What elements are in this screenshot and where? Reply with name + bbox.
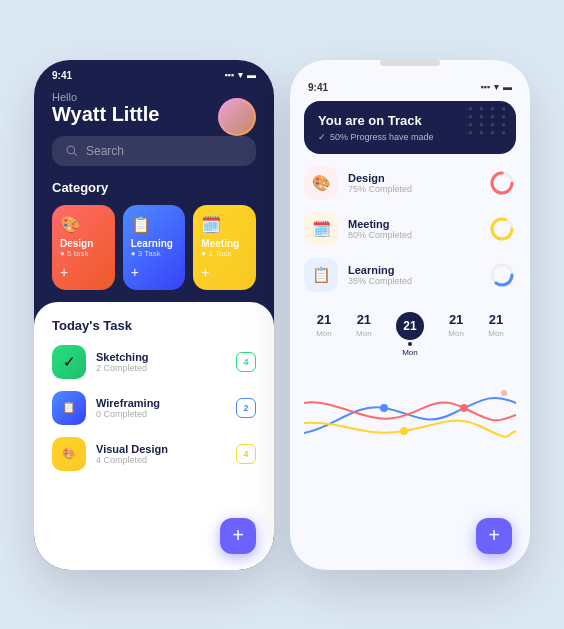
wireframing-badge: 2 (236, 398, 256, 418)
search-icon (66, 145, 78, 157)
date-day-1: Mon (316, 329, 332, 338)
svg-point-10 (380, 404, 388, 412)
tasks-title: Today's Task (52, 318, 256, 333)
meeting-count: ● 1 Task (201, 249, 248, 258)
search-bar[interactable]: Search (52, 136, 256, 166)
wireframing-icon-box: 📋 (52, 391, 86, 425)
progress-item-design[interactable]: 🎨 Design 75% Completed (304, 166, 516, 200)
category-card-meeting[interactable]: 🗓️ Meeting ● 1 Task + (193, 205, 256, 290)
progress-item-meeting[interactable]: 🗓️ Meeting 80% Completed (304, 212, 516, 246)
prog-learning-icon: 📋 (304, 258, 338, 292)
date-item-1[interactable]: 21 Mon (316, 312, 332, 357)
task-item-wireframing[interactable]: 📋 Wireframing 0 Completed 2 (52, 391, 256, 425)
wireframing-sub: 0 Completed (96, 409, 226, 419)
search-placeholder: Search (86, 144, 124, 158)
svg-point-11 (501, 390, 507, 396)
signal-icon: ▪▪▪ (224, 70, 234, 80)
date-day-2: Mon (356, 329, 372, 338)
category-card-design[interactable]: 🎨 Design ● 5 task + (52, 205, 115, 290)
phone-right: 9:41 ▪▪▪ ▾ ▬ You are on Track ✓ 50% Prog… (290, 60, 530, 570)
date-num-3: 21 (396, 312, 424, 340)
meeting-name: Meeting (201, 238, 248, 249)
meeting-icon: 🗓️ (201, 215, 248, 234)
task-item-sketching[interactable]: ✓ Sketching 2 Completed 4 (52, 345, 256, 379)
signal-icon-right: ▪▪▪ (480, 82, 490, 92)
design-count: ● 5 task (60, 249, 107, 258)
sketching-info: Sketching 2 Completed (96, 351, 226, 373)
visual-design-sub: 4 Completed (96, 455, 226, 465)
learning-progress-circle (488, 261, 516, 289)
learning-add-btn[interactable]: + (131, 264, 178, 280)
notch (380, 60, 440, 66)
date-num-1: 21 (317, 312, 331, 327)
date-item-2[interactable]: 21 Mon (356, 312, 372, 357)
category-section: Category 🎨 Design ● 5 task + 📋 Learning … (34, 180, 274, 290)
visual-design-name: Visual Design (96, 443, 226, 455)
visual-design-info: Visual Design 4 Completed (96, 443, 226, 465)
avatar (218, 98, 256, 136)
date-item-3-active[interactable]: 21 Mon (396, 312, 424, 357)
date-num-5: 21 (489, 312, 503, 327)
category-cards: 🎨 Design ● 5 task + 📋 Learning ● 3 Task … (52, 205, 256, 290)
learning-count: ● 3 Task (131, 249, 178, 258)
status-icons-right: ▪▪▪ ▾ ▬ (480, 82, 512, 92)
status-bar-left: 9:41 ▪▪▪ ▾ ▬ (34, 60, 274, 85)
svg-point-9 (400, 427, 408, 435)
design-add-btn[interactable]: + (60, 264, 107, 280)
prog-learning-name: Learning (348, 264, 478, 276)
sketching-icon-box: ✓ (52, 345, 86, 379)
status-bar-right: 9:41 ▪▪▪ ▾ ▬ (290, 72, 530, 97)
prog-meeting-icon: 🗓️ (304, 212, 338, 246)
wireframing-info: Wireframing 0 Completed (96, 397, 226, 419)
progress-items: 🎨 Design 75% Completed 🗓️ Meeting 80% Co… (290, 166, 530, 304)
wave-chart-svg (304, 373, 516, 453)
visual-design-icon-box: 🎨 (52, 437, 86, 471)
prog-meeting-name: Meeting (348, 218, 478, 230)
phones-container: 9:41 ▪▪▪ ▾ ▬ Hello Wyatt Little Search C… (14, 40, 550, 590)
date-num-4: 21 (449, 312, 463, 327)
sketching-name: Sketching (96, 351, 226, 363)
design-icon: 🎨 (60, 215, 107, 234)
sketching-badge: 4 (236, 352, 256, 372)
date-num-2: 21 (357, 312, 371, 327)
design-progress-circle (488, 169, 516, 197)
wireframing-name: Wireframing (96, 397, 226, 409)
prog-learning-info: Learning 35% Completed (348, 264, 478, 286)
design-name: Design (60, 238, 107, 249)
prog-design-icon: 🎨 (304, 166, 338, 200)
meeting-add-btn[interactable]: + (201, 264, 248, 280)
check-icon: ✓ (318, 132, 326, 142)
learning-icon: 📋 (131, 215, 178, 234)
svg-point-8 (460, 404, 468, 412)
sketching-sub: 2 Completed (96, 363, 226, 373)
category-title: Category (52, 180, 256, 195)
fab-button-right[interactable]: + (476, 518, 512, 554)
visual-design-badge: 4 (236, 444, 256, 464)
date-day-4: Mon (448, 329, 464, 338)
date-item-4[interactable]: 21 Mon (448, 312, 464, 357)
date-strip: 21 Mon 21 Mon 21 Mon 21 Mon 21 Mon (290, 304, 530, 365)
phone-left: 9:41 ▪▪▪ ▾ ▬ Hello Wyatt Little Search C… (34, 60, 274, 570)
learning-name: Learning (131, 238, 178, 249)
category-card-learning[interactable]: 📋 Learning ● 3 Task + (123, 205, 186, 290)
track-banner: You are on Track ✓ 50% Progress have mad… (304, 101, 516, 154)
prog-design-pct: 75% Completed (348, 184, 478, 194)
task-item-visual-design[interactable]: 🎨 Visual Design 4 Completed 4 (52, 437, 256, 471)
fab-button-left[interactable]: + (220, 518, 256, 554)
date-day-3: Mon (402, 348, 418, 357)
wifi-icon: ▾ (238, 70, 243, 80)
prog-meeting-info: Meeting 80% Completed (348, 218, 478, 240)
status-time-right: 9:41 (308, 82, 328, 93)
battery-icon-right: ▬ (503, 82, 512, 92)
prog-design-info: Design 75% Completed (348, 172, 478, 194)
progress-item-learning[interactable]: 📋 Learning 35% Completed (304, 258, 516, 292)
date-day-5: Mon (488, 329, 504, 338)
status-icons-left: ▪▪▪ ▾ ▬ (224, 70, 256, 80)
wifi-icon-right: ▾ (494, 82, 499, 92)
prog-design-name: Design (348, 172, 478, 184)
status-time-left: 9:41 (52, 70, 72, 81)
date-item-5[interactable]: 21 Mon (488, 312, 504, 357)
meeting-progress-circle (488, 215, 516, 243)
prog-meeting-pct: 80% Completed (348, 230, 478, 240)
date-active-dot (408, 342, 412, 346)
